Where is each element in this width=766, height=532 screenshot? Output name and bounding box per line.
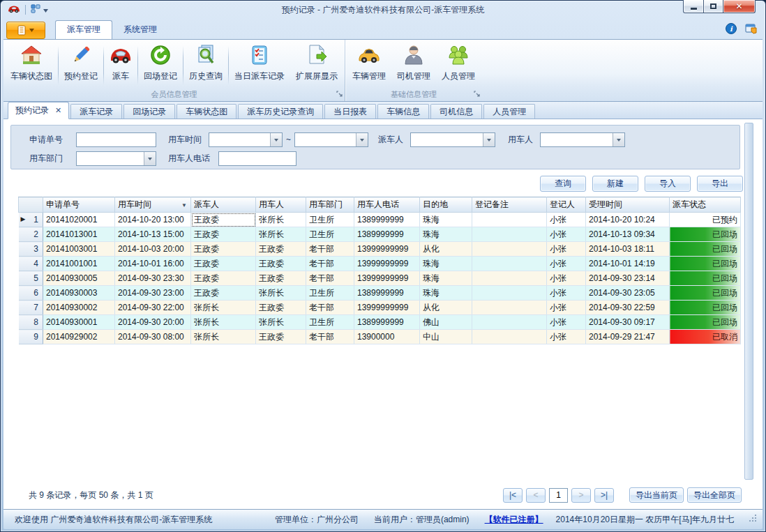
cell-destination[interactable]: 佛山 bbox=[420, 315, 472, 330]
row-selector[interactable]: 5 bbox=[19, 271, 43, 286]
cell-remark[interactable] bbox=[472, 271, 547, 286]
cell-apply-no[interactable]: 20140929002 bbox=[43, 330, 115, 344]
cell-dispatcher[interactable]: 张所长 bbox=[191, 301, 256, 315]
cell-use-time[interactable]: 2014-09-30 23:30 bbox=[115, 271, 191, 286]
cell-accept-time[interactable]: 2014-10-13 09:34 bbox=[586, 227, 670, 242]
cell-dispatcher[interactable]: 王政委 bbox=[191, 213, 256, 227]
window-switch-icon[interactable] bbox=[745, 24, 757, 36]
doc-tab-reservation-records[interactable]: 预约记录 ✕ bbox=[8, 102, 69, 119]
tab-close-icon[interactable]: ✕ bbox=[55, 106, 61, 115]
license-link[interactable]: 【软件已注册】 bbox=[485, 514, 543, 526]
cell-phone[interactable]: 13999999999 bbox=[354, 301, 420, 315]
cell-status[interactable]: 已回场 bbox=[670, 257, 741, 271]
doc-tab-return-records[interactable]: 回场记录 bbox=[123, 104, 175, 119]
doc-tab-daily-report[interactable]: 当日报表 bbox=[324, 104, 376, 119]
phone-input[interactable] bbox=[218, 151, 296, 166]
dialog-launcher-icon[interactable] bbox=[474, 89, 480, 99]
cell-status[interactable]: 已回场 bbox=[670, 301, 741, 315]
cell-user[interactable]: 张所长 bbox=[256, 213, 306, 227]
col-header-destination[interactable]: 目的地 bbox=[420, 197, 472, 213]
cell-phone[interactable]: 13999999999 bbox=[354, 271, 420, 286]
cell-destination[interactable]: 从化 bbox=[420, 301, 472, 315]
last-page-button[interactable]: >| bbox=[594, 488, 614, 503]
cell-phone[interactable]: 1389999999 bbox=[354, 227, 420, 242]
ribbon-button-return-register[interactable]: 回场登记 bbox=[138, 43, 183, 89]
col-header-apply-no[interactable]: 申请单号 bbox=[43, 197, 115, 213]
ribbon-button-history-query[interactable]: 历史查询 bbox=[183, 43, 228, 89]
cell-registrar[interactable]: 小张 bbox=[547, 213, 586, 227]
cell-remark[interactable] bbox=[472, 315, 547, 330]
col-header-accept-time[interactable]: 受理时间 bbox=[586, 197, 670, 213]
page-number-input[interactable] bbox=[549, 488, 568, 503]
cell-accept-time[interactable]: 2014-09-30 23:14 bbox=[586, 271, 670, 286]
cell-use-time[interactable]: 2014-09-30 08:00 bbox=[115, 330, 191, 344]
cell-use-time[interactable]: 2014-10-03 20:00 bbox=[115, 242, 191, 257]
cell-dept[interactable]: 老干部 bbox=[306, 242, 354, 257]
cell-user[interactable]: 王政委 bbox=[256, 271, 306, 286]
cell-use-time[interactable]: 2014-09-30 23:00 bbox=[115, 286, 191, 301]
doc-tab-vehicle-status-map[interactable]: 车辆状态图 bbox=[177, 104, 236, 119]
application-menu-button[interactable] bbox=[6, 22, 45, 39]
cell-use-time[interactable]: 2014-10-01 16:00 bbox=[115, 257, 191, 271]
cell-status[interactable]: 已取消 bbox=[670, 330, 741, 344]
cell-phone[interactable]: 13900000 bbox=[354, 330, 420, 344]
cell-use-time[interactable]: 2014-10-13 15:00 bbox=[115, 227, 191, 242]
cell-use-time[interactable]: 2014-09-30 20:00 bbox=[115, 315, 191, 330]
ribbon-button-driver-management[interactable]: 司机管理 bbox=[391, 43, 436, 89]
close-button[interactable]: ✕ bbox=[723, 0, 756, 13]
query-button[interactable]: 查询 bbox=[540, 176, 586, 192]
cell-destination[interactable]: 珠海 bbox=[420, 227, 472, 242]
dialog-launcher-icon[interactable] bbox=[336, 89, 343, 99]
combo-arrow-icon[interactable] bbox=[613, 133, 624, 146]
cell-remark[interactable] bbox=[472, 301, 547, 315]
cell-apply-no[interactable]: 20141013001 bbox=[43, 227, 115, 242]
cell-dept[interactable]: 老干部 bbox=[306, 257, 354, 271]
cell-use-time[interactable]: 2014-09-30 22:00 bbox=[115, 301, 191, 315]
cell-user[interactable]: 王政委 bbox=[256, 330, 306, 344]
row-selector[interactable]: ▶1 bbox=[19, 213, 43, 227]
cell-dispatcher[interactable]: 王政委 bbox=[191, 286, 256, 301]
cell-apply-no[interactable]: 20141001001 bbox=[43, 257, 115, 271]
col-header-registrar[interactable]: 登记人 bbox=[547, 197, 586, 213]
cell-accept-time[interactable]: 2014-09-30 23:05 bbox=[586, 286, 670, 301]
dropdown-arrow-icon[interactable] bbox=[43, 5, 48, 15]
cell-destination[interactable]: 中山 bbox=[420, 330, 472, 344]
next-page-button[interactable]: > bbox=[571, 488, 591, 503]
row-selector[interactable]: 6 bbox=[19, 286, 43, 301]
dept-combo[interactable] bbox=[76, 151, 156, 166]
ribbon-button-vehicle-status-map[interactable]: 车辆状态图 bbox=[5, 43, 58, 89]
cell-dept[interactable]: 卫生所 bbox=[306, 286, 354, 301]
cell-dispatcher[interactable]: 王政委 bbox=[191, 271, 256, 286]
cell-apply-no[interactable]: 20140930005 bbox=[43, 271, 115, 286]
sort-indicator-icon[interactable]: ▼ bbox=[181, 202, 187, 208]
cell-destination[interactable]: 珠海 bbox=[420, 257, 472, 271]
col-header-status[interactable]: 派车状态 bbox=[670, 197, 741, 213]
doc-tab-personnel[interactable]: 人员管理 bbox=[483, 104, 535, 119]
cell-user[interactable]: 王政委 bbox=[256, 257, 306, 271]
cell-remark[interactable] bbox=[472, 286, 547, 301]
cell-phone[interactable]: 13999999999 bbox=[354, 242, 420, 257]
row-selector[interactable]: 8 bbox=[19, 315, 43, 330]
cell-dispatcher[interactable]: 王政委 bbox=[191, 242, 256, 257]
use-time-from-combo[interactable] bbox=[209, 132, 283, 147]
cell-accept-time[interactable]: 2014-10-01 14:19 bbox=[586, 257, 670, 271]
cell-status[interactable]: 已回场 bbox=[670, 242, 741, 257]
ribbon-button-personnel-management[interactable]: 人员管理 bbox=[436, 43, 481, 89]
cell-dept[interactable]: 老干部 bbox=[306, 330, 354, 344]
cell-remark[interactable] bbox=[472, 213, 547, 227]
cell-registrar[interactable]: 小张 bbox=[547, 242, 586, 257]
cell-accept-time[interactable]: 2014-10-03 18:11 bbox=[586, 242, 670, 257]
cell-apply-no[interactable]: 20141003001 bbox=[43, 242, 115, 257]
combo-arrow-icon[interactable] bbox=[356, 133, 368, 146]
col-header-user[interactable]: 用车人 bbox=[256, 197, 306, 213]
apply-no-input[interactable] bbox=[76, 132, 156, 147]
first-page-button[interactable]: |< bbox=[503, 488, 523, 503]
row-selector[interactable]: 4 bbox=[19, 257, 43, 271]
collapse-ribbon-chevron-icon[interactable] bbox=[709, 25, 717, 35]
cell-destination[interactable]: 珠海 bbox=[420, 213, 472, 227]
cell-user[interactable]: 张所长 bbox=[256, 286, 306, 301]
cell-status[interactable]: 已回场 bbox=[670, 271, 741, 286]
cell-accept-time[interactable]: 2014-09-30 09:17 bbox=[586, 315, 670, 330]
cell-registrar[interactable]: 小张 bbox=[547, 286, 586, 301]
col-header-dispatcher[interactable]: 派车人 bbox=[191, 197, 256, 213]
